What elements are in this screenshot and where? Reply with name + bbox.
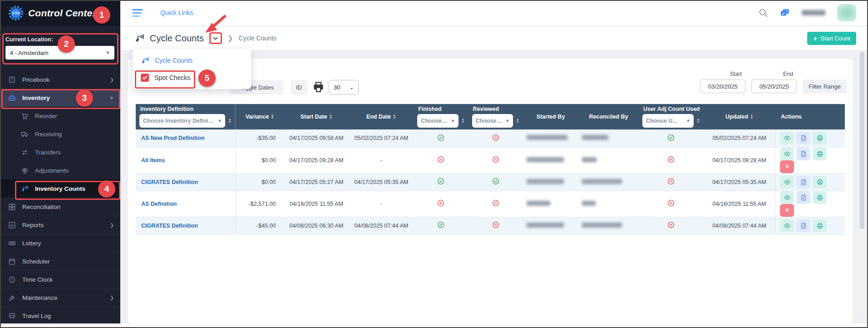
sidebar-item-maintenance[interactable]: Maintenance❯	[0, 288, 120, 307]
sidebar-item-receiving[interactable]: Receiving	[0, 125, 120, 143]
topbar: Quick Links	[120, 0, 868, 26]
print-button[interactable]	[813, 148, 827, 160]
sort-icon[interactable]: ▲▼	[228, 118, 231, 124]
scrollbar-thumb[interactable]	[860, 52, 864, 229]
sidebar-item-pricebook[interactable]: Pricebook❯	[0, 70, 120, 89]
updated-cell: 04/17/2025 05:35 AM	[704, 173, 775, 191]
print-button[interactable]	[813, 176, 827, 189]
start-count-button[interactable]: + Start Count	[807, 32, 856, 45]
user-adj-count-used-cell	[639, 147, 704, 173]
view-button[interactable]	[780, 219, 794, 232]
details-button[interactable]	[796, 191, 810, 204]
current-location: Current Location: 4 - Amsterdam ▼	[5, 36, 114, 60]
view-button[interactable]	[780, 191, 794, 204]
definition-link[interactable]: CIGRATES Definition	[141, 223, 198, 229]
sort-icon[interactable]: ▲▼	[461, 118, 464, 124]
sidebar-item-reconciliation[interactable]: Reconciliation	[0, 198, 120, 216]
x-circle-icon	[667, 199, 675, 207]
sidebar-item-label: Adjustments	[35, 167, 114, 174]
view-button[interactable]	[780, 132, 794, 144]
chat-icon[interactable]	[780, 8, 790, 18]
search-icon[interactable]	[758, 8, 768, 18]
details-button[interactable]	[796, 176, 810, 189]
page-size-select[interactable]: 30 ⌄	[329, 80, 359, 94]
filter-range-button[interactable]: Filter Range	[803, 80, 847, 93]
col-finished: Finished Choose Fi...▼ ▲▼	[414, 104, 468, 129]
redacted-started-by	[527, 135, 567, 140]
logo: FTx Control Center	[0, 0, 120, 26]
finished-cell	[414, 173, 468, 191]
sidebar-item-transfers[interactable]: Transfers	[0, 143, 120, 161]
view-button[interactable]	[780, 148, 794, 160]
definition-link[interactable]: AS Definition	[141, 201, 177, 207]
definition-link[interactable]: All Items	[141, 157, 165, 164]
details-button[interactable]	[796, 132, 810, 144]
quick-links[interactable]: Quick Links	[160, 9, 193, 16]
chart-icon	[8, 221, 16, 229]
col-updated[interactable]: Updated▲▼	[704, 104, 775, 129]
end-date-cell: -	[349, 191, 414, 217]
sidebar-item-travel-log[interactable]: Travel Log	[0, 307, 120, 325]
cycle-counts-icon	[141, 56, 149, 65]
sidebar-item-label: Inventory	[22, 94, 109, 101]
reviewed-filter-select[interactable]: Choose R...▼	[472, 114, 513, 128]
view-button[interactable]	[780, 176, 794, 189]
id-button[interactable]: ID	[291, 80, 307, 94]
sidebar-item-inventory-counts[interactable]: Inventory Counts	[0, 179, 120, 198]
col-end-date[interactable]: End Date▲▼	[349, 104, 414, 129]
menu-item-cycle-counts[interactable]: Cycle Counts	[133, 52, 251, 69]
print-table-icon[interactable]	[312, 81, 325, 93]
print-button[interactable]	[813, 132, 827, 144]
redacted-reconciled-by	[582, 201, 596, 206]
grid-icon	[8, 203, 16, 211]
sidebar-item-label: Receiving	[35, 131, 114, 138]
bus-icon	[8, 312, 16, 320]
finished-filter-select[interactable]: Choose Fi...▼	[417, 114, 459, 128]
col-variance[interactable]: Variance▲▼	[235, 104, 284, 129]
sort-icon[interactable]: ▲▼	[696, 118, 700, 124]
sidebar-item-reorder[interactable]: Reorder	[0, 107, 120, 125]
sidebar-item-inventory[interactable]: Inventory▼	[0, 89, 120, 107]
end-date-input[interactable]	[751, 80, 797, 93]
sidebar-item-scheduler[interactable]: Scheduler	[0, 252, 120, 270]
menu-toggle-icon[interactable]	[132, 9, 143, 17]
sidebar-item-reports[interactable]: Reports❯	[0, 216, 120, 234]
actions-cell	[775, 129, 845, 147]
table-row: CIGRATES Definition$0.0004/17/2025 05:27…	[136, 173, 845, 191]
col-actions: Actions	[775, 104, 845, 129]
menu-item-spot-checks[interactable]: Spot Checks	[133, 69, 251, 86]
definition-link[interactable]: AS New Prod Definition	[141, 135, 205, 141]
col-reviewed: Reviewed Choose R...▼ ▲▼	[469, 104, 523, 129]
sidebar-item-time-clock[interactable]: Time Clock	[0, 270, 120, 288]
finished-cell	[414, 217, 468, 234]
sort-icon: ▲▼	[750, 114, 753, 119]
inventory-definition-filter-select[interactable]: Choose Inventory Definition▼	[139, 114, 225, 128]
sidebar-item-label: Scheduler	[22, 258, 114, 265]
sidebar-item-label: Reports	[22, 222, 110, 229]
end-date-cell: 04/17/2025 05:35 AM	[349, 173, 414, 191]
user-adj-count-used-cell	[639, 173, 704, 191]
start-date-input[interactable]	[700, 80, 745, 93]
print-button[interactable]	[813, 191, 827, 204]
print-button[interactable]	[813, 219, 827, 232]
reviewed-cell	[469, 173, 523, 191]
scrollbar-track[interactable]	[859, 51, 865, 318]
x-circle-icon	[437, 199, 444, 207]
reviewed-cell	[469, 147, 523, 173]
sort-icon[interactable]: ▲▼	[516, 118, 519, 124]
details-button[interactable]	[796, 219, 810, 232]
page-menu-chevron-button[interactable]	[209, 32, 222, 44]
x-circle-icon	[492, 156, 499, 163]
sidebar-item-adjustments[interactable]: Adjustments	[0, 161, 120, 179]
reconciled-by-cell	[578, 147, 639, 173]
chevron-down-icon: ▼	[217, 119, 222, 123]
details-button[interactable]	[796, 148, 810, 160]
col-start-date[interactable]: Start Date▲▼	[284, 104, 349, 129]
cancel-count-button[interactable]: ✕	[780, 204, 794, 217]
user-adj-filter-select[interactable]: Choose U...▼	[642, 114, 694, 128]
sidebar-item-lottery[interactable]: Lottery	[0, 234, 120, 252]
cancel-count-button[interactable]: ✕	[780, 160, 794, 173]
location-select[interactable]: 4 - Amsterdam ▼	[5, 46, 114, 60]
definition-link[interactable]: CIGRATES Definition	[141, 179, 198, 185]
avatar[interactable]	[837, 4, 856, 21]
